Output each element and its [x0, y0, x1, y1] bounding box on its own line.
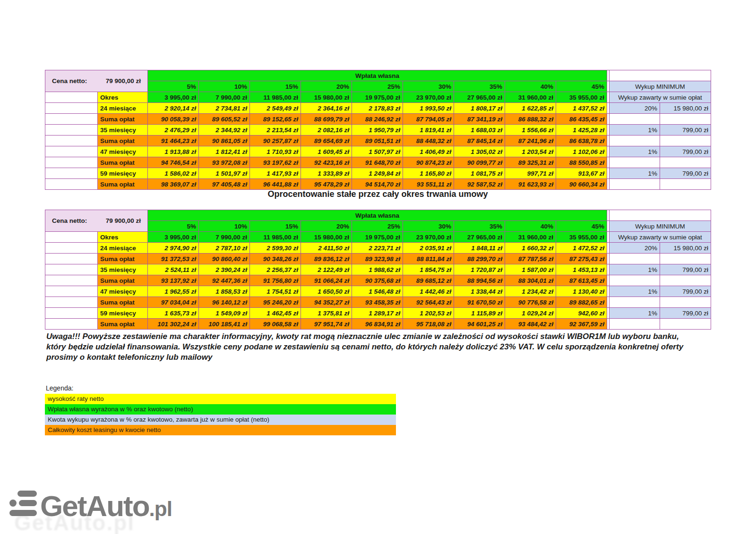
suma-value-cell: 89 836,12 zł: [301, 254, 352, 264]
wykup-percent-cell: 1%: [610, 168, 660, 179]
cena-netto-box: Cena netto:79 900,00 zł: [45, 70, 148, 92]
suma-value-cell: 94 352,27 zł: [301, 297, 352, 308]
rata-value-cell: 2 178,83 zł: [352, 103, 403, 114]
suma-value-cell: 89 685,12 zł: [403, 275, 454, 286]
rata-value-cell: 1 650,50 zł: [301, 286, 352, 297]
percent-header: 25%: [352, 221, 403, 232]
rata-value-cell: 2 411,50 zł: [301, 243, 352, 254]
suma-value-cell: 94 601,25 zł: [454, 319, 505, 330]
rata-value-cell: 1 234,42 zł: [505, 286, 556, 297]
suma-value-cell: 90 861,05 zł: [199, 136, 250, 146]
wykup-amount-cell: 799,00 zł: [660, 168, 711, 179]
suma-value-cell: 88 994,56 zł: [454, 275, 505, 286]
cena-netto-value: 79 900,00 zł: [106, 216, 141, 226]
percent-header: 20%: [301, 221, 352, 232]
suma-value-cell: 90 860,40 zł: [199, 254, 250, 264]
wykup-percent-cell: 1%: [610, 146, 660, 157]
rata-value-cell: 2 476,29 zł: [148, 125, 199, 136]
suma-oplat-label: Suma opłat: [98, 319, 148, 330]
wplata-amount-cell: 15 980,00 zł: [301, 232, 352, 243]
spacer-cell: [45, 319, 98, 330]
suma-value-cell: 90 776,58 zł: [505, 297, 556, 308]
suma-value-cell: 92 423,16 zł: [301, 157, 352, 168]
rata-value-cell: 1 710,93 zł: [250, 146, 301, 157]
rata-value-cell: 1 950,79 zł: [352, 125, 403, 136]
spacer-cell: [45, 125, 98, 136]
rata-value-cell: 2 344,92 zł: [199, 125, 250, 136]
wykup-amount-cell: 799,00 zł: [660, 264, 711, 275]
period-label: 24 miesiące: [98, 103, 148, 114]
suma-value-cell: 86 435,45 zł: [556, 114, 607, 125]
rata-value-cell: 1 202,53 zł: [403, 308, 454, 319]
wplata-amount-cell: 7 990,00 zł: [199, 232, 250, 243]
suma-value-cell: 88 811,84 zł: [403, 254, 454, 264]
wplata-wlasna-header: Wpłata własna: [148, 70, 607, 81]
rata-value-cell: 1 442,46 zł: [403, 286, 454, 297]
suma-value-cell: 89 152,65 zł: [250, 114, 301, 125]
spacer-cell: [45, 136, 98, 146]
wykup-empty-cell: [610, 157, 660, 168]
suma-value-cell: 94 514,70 zł: [352, 179, 403, 190]
wplata-amount-cell: 23 970,00 zł: [403, 232, 454, 243]
wykup-empty-cell: [660, 319, 711, 330]
wykup-empty-cell: [660, 179, 711, 190]
wplata-amount-cell: 23 970,00 zł: [403, 92, 454, 103]
suma-value-cell: 96 441,88 zł: [250, 179, 301, 190]
suma-value-cell: 88 550,85 zł: [556, 157, 607, 168]
suma-value-cell: 92 564,43 zł: [403, 297, 454, 308]
cena-netto-label: Cena netto:: [52, 216, 87, 226]
suma-value-cell: 96 834,91 zł: [352, 319, 403, 330]
suma-value-cell: 101 302,24 zł: [148, 319, 199, 330]
percent-header: 40%: [505, 221, 556, 232]
suma-value-cell: 86 888,32 zł: [505, 114, 556, 125]
suma-value-cell: 87 275,43 zł: [556, 254, 607, 264]
rata-value-cell: 1 586,02 zł: [148, 168, 199, 179]
wykup-percent-cell: 1%: [610, 308, 660, 319]
spacer-cell: [45, 275, 98, 286]
rata-value-cell: 1 988,62 zł: [352, 264, 403, 275]
percent-header: 30%: [403, 81, 454, 92]
spacer-cell: [45, 103, 98, 114]
suma-value-cell: 89 323,98 zł: [352, 254, 403, 264]
suma-oplat-label: Suma opłat: [98, 275, 148, 286]
suma-value-cell: 92 447,36 zł: [199, 275, 250, 286]
rata-value-cell: 1 289,17 zł: [352, 308, 403, 319]
legend: Legenda: wysokość raty netto Wpłata włas…: [45, 383, 396, 435]
rata-value-cell: 2 734,81 zł: [199, 103, 250, 114]
suma-value-cell: 99 068,58 zł: [250, 319, 301, 330]
suma-value-cell: 89 882,65 zł: [556, 297, 607, 308]
suma-value-cell: 96 140,12 zł: [199, 297, 250, 308]
percent-header: 5%: [148, 81, 199, 92]
suma-value-cell: 87 341,19 zł: [454, 114, 505, 125]
suma-value-cell: 100 185,41 zł: [199, 319, 250, 330]
suma-value-cell: 93 484,42 zł: [505, 319, 556, 330]
percent-header: 20%: [301, 81, 352, 92]
suma-value-cell: 91 756,80 zł: [250, 275, 301, 286]
rata-value-cell: 1 375,81 zł: [301, 308, 352, 319]
suma-value-cell: 91 464,23 zł: [148, 136, 199, 146]
percent-header: 35%: [454, 81, 505, 92]
suma-value-cell: 93 551,11 zł: [403, 179, 454, 190]
rata-value-cell: 1 130,40 zł: [556, 286, 607, 297]
rata-value-cell: 1 549,09 zł: [199, 308, 250, 319]
spacer-cell: [45, 114, 98, 125]
rata-value-cell: 1 858,53 zł: [199, 286, 250, 297]
suma-value-cell: 88 246,92 zł: [352, 114, 403, 125]
rata-value-cell: 2 599,30 zł: [250, 243, 301, 254]
leasing-table-2: Cena netto:79 900,00 złWpłata własna5%10…: [45, 210, 711, 330]
wplata-amount-cell: 31 960,00 zł: [505, 92, 556, 103]
leasing-table-1-variable-rate: Cena netto:79 900,00 złWpłata własna5%10…: [45, 70, 711, 190]
rata-value-cell: 1 622,85 zł: [505, 103, 556, 114]
suma-value-cell: 89 325,31 zł: [505, 157, 556, 168]
wplata-amount-cell: 3 995,00 zł: [148, 232, 199, 243]
spacer-cell: [45, 157, 98, 168]
rata-value-cell: 997,71 zł: [505, 168, 556, 179]
suma-oplat-label: Suma opłat: [98, 136, 148, 146]
suma-value-cell: 89 654,69 zł: [301, 136, 352, 146]
disclaimer-text: Uwaga!!! Powyższe zestawienie ma charakt…: [46, 331, 696, 363]
wykup-percent-cell: 20%: [610, 103, 660, 114]
percent-header: 25%: [352, 81, 403, 92]
rata-value-cell: 1 587,00 zł: [505, 264, 556, 275]
suma-value-cell: 93 458,35 zł: [352, 297, 403, 308]
suma-value-cell: 97 405,48 zł: [199, 179, 250, 190]
